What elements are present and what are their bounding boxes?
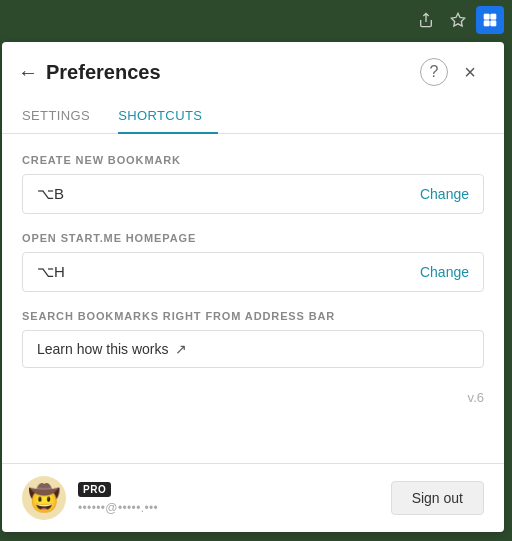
- preferences-panel: ← Preferences ? × SETTINGS SHORTCUTS CRE…: [2, 42, 504, 532]
- help-button[interactable]: ?: [420, 58, 448, 86]
- share-icon[interactable]: [412, 6, 440, 34]
- page-title: Preferences: [46, 61, 420, 84]
- panel-header: ← Preferences ? ×: [2, 42, 504, 86]
- tab-settings[interactable]: SETTINGS: [22, 98, 106, 133]
- svg-rect-3: [484, 21, 489, 26]
- svg-rect-2: [491, 14, 496, 19]
- search-bookmarks-label: SEARCH BOOKMARKS RIGHT FROM ADDRESS BAR: [22, 310, 484, 322]
- user-email: ••••••@•••••.•••: [78, 501, 379, 515]
- header-actions: ? ×: [420, 58, 484, 86]
- create-bookmark-label: CREATE NEW BOOKMARK: [22, 154, 484, 166]
- svg-rect-1: [484, 14, 489, 19]
- open-homepage-shortcut: ⌥H: [37, 263, 65, 281]
- panel-footer: 🤠 PRO ••••••@•••••.••• Sign out: [2, 463, 504, 532]
- open-homepage-row: ⌥H Change: [22, 252, 484, 292]
- search-bookmarks-row[interactable]: Learn how this works ↗: [22, 330, 484, 368]
- learn-link[interactable]: Learn how this works ↗: [37, 341, 187, 357]
- tab-bar: SETTINGS SHORTCUTS: [2, 98, 504, 134]
- svg-marker-0: [451, 13, 464, 26]
- sign-out-button[interactable]: Sign out: [391, 481, 484, 515]
- panel-content: CREATE NEW BOOKMARK ⌥B Change OPEN START…: [2, 134, 504, 463]
- external-link-icon: ↗: [175, 341, 187, 357]
- tab-shortcuts[interactable]: SHORTCUTS: [118, 98, 218, 133]
- pro-badge: PRO: [78, 482, 111, 497]
- create-bookmark-shortcut: ⌥B: [37, 185, 64, 203]
- create-bookmark-row: ⌥B Change: [22, 174, 484, 214]
- close-button[interactable]: ×: [456, 58, 484, 86]
- create-bookmark-change[interactable]: Change: [420, 186, 469, 202]
- open-homepage-label: OPEN START.ME HOMEPAGE: [22, 232, 484, 244]
- open-homepage-change[interactable]: Change: [420, 264, 469, 280]
- user-avatar: 🤠: [22, 476, 66, 520]
- extension-icon[interactable]: [476, 6, 504, 34]
- star-icon[interactable]: [444, 6, 472, 34]
- learn-link-text: Learn how this works: [37, 341, 169, 357]
- version-text: v.6: [22, 386, 484, 413]
- user-info: PRO ••••••@•••••.•••: [78, 482, 379, 515]
- top-bar: [0, 0, 512, 40]
- back-button[interactable]: ←: [18, 61, 38, 84]
- svg-rect-4: [491, 21, 496, 26]
